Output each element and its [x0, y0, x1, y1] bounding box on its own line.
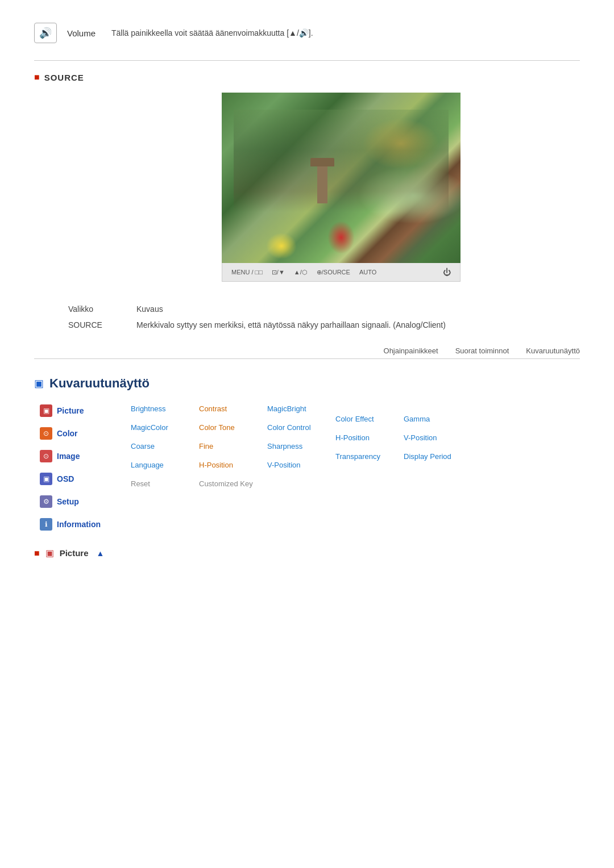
- menu-item-setup[interactable]: ⚙ Setup: [40, 495, 114, 508]
- osd-section-icon: ▣: [34, 377, 44, 390]
- submenu-transparency[interactable]: Transparency: [335, 452, 398, 461]
- submenu-magicbright[interactable]: MagicBright: [267, 404, 330, 413]
- submenu-fine[interactable]: Fine: [199, 442, 262, 450]
- description-table: Valikko Kuvaus SOURCE Merkkivalo syttyy …: [68, 304, 580, 329]
- col-header-desc: Kuvaus: [136, 304, 580, 314]
- image-label: Image: [57, 452, 80, 461]
- submenu-vposition-3[interactable]: V-Position: [267, 461, 330, 469]
- submenu-col-4: Color Effect H-Position Transparency: [335, 404, 398, 531]
- nav2-button[interactable]: ▲/⬡: [294, 269, 308, 276]
- color-icon: ⊙: [40, 427, 52, 440]
- submenu-reset[interactable]: Reset: [131, 479, 193, 488]
- volume-description: Tällä painikkeella voit säätää äänenvoim…: [111, 28, 313, 37]
- osd-main-menu: ▣ Picture ⊙ Color ⊙ Image ▣ OSD ⚙ Setup …: [40, 404, 114, 531]
- nav1-button[interactable]: ⊡/▼: [272, 269, 285, 276]
- submenu-coarse[interactable]: Coarse: [131, 442, 193, 450]
- submenu-colorcontrol[interactable]: Color Control: [267, 423, 330, 432]
- menu-name-source: SOURCE: [68, 320, 136, 329]
- submenu-hposition[interactable]: H-Position: [199, 461, 262, 469]
- tab-osd[interactable]: Kuvaruutunäyttö: [526, 347, 580, 355]
- picture-bottom-label: Picture: [60, 548, 89, 558]
- submenu-magiccolor[interactable]: MagicColor: [131, 423, 193, 432]
- menu-desc-source: Merkkivalo syttyy sen merkiksi, että näy…: [136, 320, 580, 329]
- setup-label: Setup: [57, 497, 79, 506]
- menu-item-info[interactable]: ℹ Information: [40, 518, 114, 531]
- osd-icon: ▣: [40, 473, 52, 485]
- monitor-controls: MENU / □□ ⊡/▼ ▲/⬡ ⊕/SOURCE AUTO ⏻: [222, 263, 460, 282]
- submenu-customized-key[interactable]: Customized Key: [199, 479, 262, 488]
- submenu-language[interactable]: Language: [131, 461, 193, 469]
- info-label: Information: [57, 520, 101, 529]
- menu-item-picture[interactable]: ▣ Picture: [40, 404, 114, 417]
- pagoda-decoration: [317, 158, 327, 203]
- monitor-screen: [222, 93, 460, 263]
- auto-button[interactable]: AUTO: [359, 269, 376, 276]
- submenu-colortone[interactable]: Color Tone: [199, 423, 262, 432]
- tab-shortcuts[interactable]: Suorat toiminnot: [455, 347, 509, 355]
- osd-section-title: ▣ Kuvaruutunäyttö: [34, 376, 580, 391]
- source-button[interactable]: ⊕/SOURCE: [317, 269, 350, 276]
- volume-label: Volume: [67, 28, 101, 38]
- volume-row: 🔊 Volume Tällä painikkeella voit säätää …: [34, 23, 580, 43]
- osd-section-label: Kuvaruutunäyttö: [49, 376, 150, 391]
- image-icon: ⊙: [40, 450, 52, 462]
- menu-button[interactable]: MENU / □□: [231, 269, 263, 276]
- info-icon: ℹ: [40, 518, 52, 531]
- submenu-displayperiod[interactable]: Display Period: [404, 452, 466, 461]
- table-header-row: Valikko Kuvaus: [68, 304, 580, 314]
- source-icon: ■: [34, 72, 40, 82]
- submenu-vposition-5[interactable]: V-Position: [404, 433, 466, 442]
- divider-1: [34, 60, 580, 61]
- source-header: ■ SOURCE: [34, 72, 580, 82]
- picture-bottom-section: ■ ▣ Picture ▲: [34, 548, 580, 558]
- source-title: SOURCE: [44, 73, 84, 82]
- picture-bottom-red-icon: ■: [34, 548, 40, 558]
- color-label: Color: [57, 429, 78, 438]
- submenu-col-2: Contrast Color Tone Fine H-Position Cust…: [199, 404, 262, 531]
- submenu-brightness[interactable]: Brightness: [131, 404, 193, 413]
- picture-bottom-img-icon: ▣: [45, 548, 54, 558]
- osd-menu: ▣ Picture ⊙ Color ⊙ Image ▣ OSD ⚙ Setup …: [40, 404, 580, 531]
- menu-item-color[interactable]: ⊙ Color: [40, 427, 114, 440]
- volume-icon: 🔊: [34, 23, 57, 43]
- menu-item-image[interactable]: ⊙ Image: [40, 450, 114, 462]
- col-header-menu: Valikko: [68, 304, 136, 314]
- picture-arrow-up-icon: ▲: [97, 549, 105, 558]
- submenu-sharpness[interactable]: Sharpness: [267, 442, 330, 450]
- tab-controls[interactable]: Ohjainpainikkeet: [384, 347, 438, 355]
- osd-submenus: Brightness MagicColor Coarse Language Re…: [131, 404, 580, 531]
- monitor-container: MENU / □□ ⊡/▼ ▲/⬡ ⊕/SOURCE AUTO ⏻: [102, 93, 580, 282]
- picture-icon: ▣: [40, 404, 52, 417]
- menu-item-osd[interactable]: ▣ OSD: [40, 473, 114, 485]
- submenu-col-5: Gamma V-Position Display Period: [404, 404, 466, 531]
- setup-icon: ⚙: [40, 495, 52, 508]
- submenu-hposition-4[interactable]: H-Position: [335, 433, 398, 442]
- navigation-tabs: Ohjainpainikkeet Suorat toiminnot Kuvaru…: [34, 347, 580, 359]
- submenu-coloreffect[interactable]: Color Effect: [335, 415, 398, 423]
- submenu-gamma[interactable]: Gamma: [404, 415, 466, 423]
- submenu-col-1: Brightness MagicColor Coarse Language Re…: [131, 404, 193, 531]
- table-row: SOURCE Merkkivalo syttyy sen merkiksi, e…: [68, 320, 580, 329]
- picture-label: Picture: [57, 406, 84, 415]
- submenu-contrast[interactable]: Contrast: [199, 404, 262, 413]
- submenu-col-3: MagicBright Color Control Sharpness V-Po…: [267, 404, 330, 531]
- power-button[interactable]: ⏻: [443, 268, 451, 277]
- osd-label: OSD: [57, 474, 74, 483]
